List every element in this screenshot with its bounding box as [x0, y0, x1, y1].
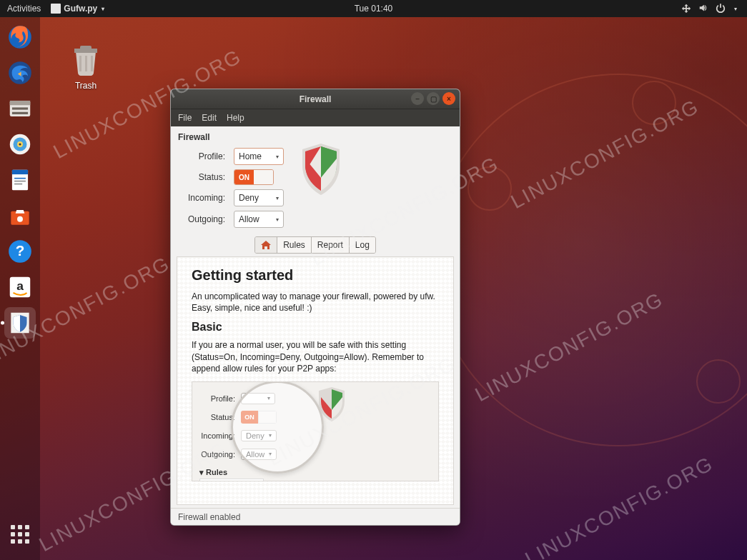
- chevron-down-icon: ▾: [276, 154, 279, 160]
- trash-desktop-icon[interactable]: Trash: [69, 43, 103, 91]
- svg-rect-19: [14, 184, 22, 185]
- svg-rect-17: [14, 178, 26, 179]
- show-applications-button[interactable]: [4, 519, 36, 550]
- svg-point-0: [432, 74, 747, 446]
- profile-dropdown[interactable]: Home ▾: [234, 148, 284, 165]
- volume-icon[interactable]: [698, 3, 708, 15]
- menu-help[interactable]: Help: [227, 113, 244, 123]
- close-button[interactable]: ×: [442, 92, 455, 105]
- svg-rect-16: [12, 170, 28, 174]
- outgoing-dropdown[interactable]: Allow ▾: [234, 211, 284, 228]
- incoming-label: Incoming:: [178, 193, 228, 203]
- ex-col-rule: Rule: [203, 480, 218, 481]
- tab-rules[interactable]: Rules: [277, 237, 312, 253]
- trash-icon: [69, 43, 103, 77]
- svg-text:?: ?: [16, 242, 25, 259]
- dock-files[interactable]: [4, 93, 36, 124]
- home-icon: [261, 241, 271, 249]
- svg-rect-10: [12, 112, 28, 114]
- outgoing-value: Allow: [239, 214, 259, 224]
- status-on-label: ON: [234, 170, 254, 184]
- clock[interactable]: Tue 01:40: [355, 4, 393, 14]
- system-menu-chevron-icon[interactable]: ▾: [733, 6, 737, 12]
- ex-outgoing-label: Outgoing:: [199, 450, 235, 459]
- status-off-segment: [254, 170, 273, 184]
- ex-status-label: Status:: [199, 413, 235, 421]
- firewall-window: Firewall – ▢ × File Edit Help Firewall P…: [170, 89, 460, 526]
- ex-incoming-label: Incoming:: [199, 431, 235, 440]
- ex-rules-header: ▾ Rules: [199, 468, 431, 477]
- incoming-dropdown[interactable]: Deny ▾: [234, 189, 284, 206]
- ex-rules-columns: Rule Name: [199, 479, 264, 481]
- chevron-down-icon: ▾: [100, 6, 104, 12]
- menu-file[interactable]: File: [178, 113, 192, 123]
- dock-rhythmbox[interactable]: [4, 129, 36, 160]
- svg-rect-9: [12, 107, 28, 109]
- incoming-value: Deny: [239, 193, 259, 203]
- status-label: Status:: [178, 172, 228, 182]
- intro-paragraph: An uncomplicated way to manage your fire…: [192, 291, 439, 314]
- tab-log[interactable]: Log: [350, 237, 375, 253]
- svg-rect-8: [10, 101, 31, 105]
- top-panel: Activities Gufw.py ▾ Tue 01:40 ▾: [0, 0, 747, 17]
- network-icon[interactable]: [681, 3, 691, 15]
- maximize-button[interactable]: ▢: [427, 92, 440, 105]
- status-toggle[interactable]: ON: [234, 169, 274, 185]
- dock-writer[interactable]: [4, 164, 36, 196]
- dock-firefox[interactable]: [4, 21, 36, 53]
- profile-label: Profile:: [178, 151, 228, 161]
- svg-rect-18: [14, 181, 26, 182]
- statusbar: Firewall enabled: [171, 508, 460, 525]
- magnifier-icon: [231, 381, 324, 474]
- svg-point-14: [19, 143, 21, 145]
- svg-point-3: [633, 81, 676, 124]
- getting-started-heading: Getting started: [192, 267, 439, 284]
- status-text: Firewall enabled: [178, 512, 240, 522]
- svg-point-21: [17, 216, 23, 222]
- dock-gufw[interactable]: [4, 307, 36, 339]
- firewall-shield-icon: [300, 142, 342, 196]
- power-icon[interactable]: [716, 3, 726, 15]
- tabstrip: Rules Report Log: [254, 236, 376, 254]
- svg-text:a: a: [16, 279, 24, 293]
- dock-software[interactable]: [4, 200, 36, 231]
- content-panel: Getting started An uncomplicated way to …: [177, 256, 454, 505]
- dock-help[interactable]: ?: [4, 236, 36, 267]
- ex-col-name: Name: [222, 480, 242, 481]
- app-icon: [51, 4, 61, 14]
- launcher-dock: ? a: [0, 17, 40, 560]
- svg-rect-4: [80, 46, 91, 50]
- window-title: Firewall: [300, 94, 332, 104]
- app-name-label: Gufw.py: [64, 4, 97, 14]
- minimize-button[interactable]: –: [411, 92, 424, 105]
- dock-amazon[interactable]: a: [4, 271, 36, 303]
- menu-edit[interactable]: Edit: [202, 113, 217, 123]
- chevron-down-icon: ▾: [276, 195, 279, 201]
- app-menu[interactable]: Gufw.py ▾: [51, 4, 104, 14]
- trash-label: Trash: [69, 81, 103, 91]
- basic-paragraph: If you are a normal user, you will be sa…: [192, 339, 439, 374]
- chevron-down-icon: ▾: [276, 216, 279, 223]
- svg-point-2: [697, 360, 740, 403]
- tab-home[interactable]: [255, 237, 277, 253]
- activities-button[interactable]: Activities: [7, 4, 41, 14]
- menubar: File Edit Help: [171, 109, 460, 126]
- basic-heading: Basic: [192, 321, 439, 334]
- ex-profile-label: Profile:: [199, 394, 235, 403]
- window-titlebar[interactable]: Firewall – ▢ ×: [171, 89, 460, 109]
- svg-point-1: [468, 167, 511, 210]
- tab-report[interactable]: Report: [312, 237, 350, 253]
- dock-thunderbird[interactable]: [4, 57, 36, 89]
- profile-value: Home: [239, 151, 262, 161]
- outgoing-label: Outgoing:: [178, 214, 228, 224]
- example-screenshot: Profile: ▾ Status: ON Incoming: Deny: [192, 381, 439, 481]
